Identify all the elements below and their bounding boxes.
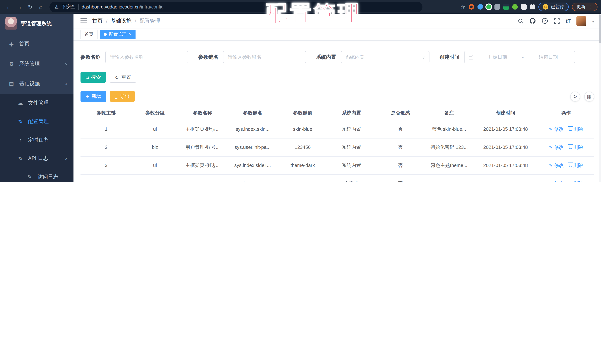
date-range-picker[interactable]: 开始日期 - 结束日期 bbox=[464, 51, 575, 63]
extensions-puzzle-icon[interactable] bbox=[530, 4, 535, 10]
table-cell: 否 bbox=[376, 156, 425, 174]
close-tab-icon[interactable] bbox=[129, 32, 131, 37]
extension-icon[interactable] bbox=[469, 4, 474, 10]
tag-view-bar: 首页 配置管理 bbox=[73, 29, 601, 41]
browser-forward-icon[interactable] bbox=[14, 2, 24, 12]
screen: 不安全 dashboard.yudao.iocoder.cn/infra/con… bbox=[0, 0, 601, 182]
date-range-separator: - bbox=[522, 54, 524, 60]
table-cell: sys.index.sideT... bbox=[227, 156, 278, 174]
address-bar[interactable]: 不安全 dashboard.yudao.iocoder.cn/infra/con… bbox=[50, 2, 422, 12]
export-button[interactable]: 导出 bbox=[110, 91, 135, 102]
table-cell: 10 bbox=[278, 174, 327, 182]
row-actions: 修改删除 bbox=[538, 156, 594, 174]
extension-icon[interactable] bbox=[521, 4, 527, 10]
bookmark-star-icon[interactable] bbox=[460, 3, 465, 10]
chevron-down-icon: ∨ bbox=[65, 62, 68, 66]
breadcrumb-home[interactable]: 首页 bbox=[92, 18, 103, 24]
header-actions: ? tT bbox=[518, 16, 594, 26]
add-button[interactable]: 新增 bbox=[80, 91, 106, 102]
table-cell: 主框架页-侧边... bbox=[178, 156, 227, 174]
edit-link-label: 修改 bbox=[554, 180, 564, 182]
delete-link-label: 删除 bbox=[573, 126, 583, 132]
breadcrumb-infra[interactable]: 基础设施 bbox=[111, 18, 131, 24]
edit-link[interactable]: 修改 bbox=[549, 180, 564, 182]
sidebar-item-1[interactable]: ⚙系统管理∨ bbox=[0, 54, 73, 74]
tab-home[interactable]: 首页 bbox=[80, 30, 98, 39]
edit-link[interactable]: 修改 bbox=[549, 126, 564, 132]
sidebar-item-5[interactable]: ◔定时任务 bbox=[0, 131, 73, 149]
extension-icon[interactable] bbox=[494, 4, 500, 10]
edit-link[interactable]: 修改 bbox=[549, 144, 564, 151]
font-size-icon[interactable]: tT bbox=[566, 18, 571, 24]
refresh-table-button[interactable] bbox=[570, 91, 580, 101]
table-cell: 否 bbox=[376, 174, 425, 182]
filter-buttons: 搜索 重置 bbox=[80, 72, 594, 83]
help-icon[interactable]: ? bbox=[542, 18, 548, 24]
paused-extension-badge[interactable]: 已暂停 bbox=[538, 3, 569, 11]
extension-icon[interactable] bbox=[512, 4, 518, 10]
browser-menu-icon[interactable] bbox=[589, 4, 593, 10]
extension-icon[interactable] bbox=[478, 4, 483, 10]
search-icon[interactable] bbox=[518, 18, 524, 24]
page-scrollbar[interactable] bbox=[599, 14, 601, 182]
column-header: 是否敏感 bbox=[376, 106, 425, 120]
table-row: 1ui主框架页-默认...sys.index.skin...skin-blue系… bbox=[80, 120, 594, 138]
table-cell: 蓝色 skin-blue... bbox=[425, 120, 473, 138]
table-row: 41xxxdemo.test10自定义否52021-01-19 03:10:26… bbox=[80, 174, 594, 182]
fullscreen-icon[interactable] bbox=[554, 18, 560, 24]
trash-icon bbox=[569, 164, 572, 167]
extension-icon[interactable] bbox=[503, 4, 509, 10]
browser-reload-icon[interactable] bbox=[25, 2, 35, 12]
sidebar-item-7[interactable]: ✎访问日志 bbox=[0, 168, 73, 182]
sidebar-item-label: API 日志 bbox=[28, 155, 48, 162]
delete-link-label: 删除 bbox=[573, 144, 583, 151]
github-icon[interactable] bbox=[530, 18, 536, 24]
app-logo-row[interactable]: 芋道管理系统 bbox=[0, 14, 73, 32]
reset-button[interactable]: 重置 bbox=[110, 72, 136, 83]
url-host: dashboard.yudao.iocoder.cn bbox=[82, 4, 140, 10]
plus-icon bbox=[86, 94, 89, 99]
sidebar-item-0[interactable]: ◉首页 bbox=[0, 34, 73, 54]
table-setting-buttons bbox=[570, 91, 594, 101]
delete-link[interactable]: 删除 bbox=[569, 144, 583, 151]
scrollbar-thumb[interactable] bbox=[599, 14, 601, 43]
table-cell: 系统内置 bbox=[327, 138, 376, 156]
gear-icon: ⚙ bbox=[8, 61, 15, 67]
table-cell: 3 bbox=[80, 156, 132, 174]
sidebar-item-2[interactable]: ▤基础设施∧ bbox=[0, 74, 73, 94]
browser-back-icon[interactable] bbox=[4, 2, 14, 12]
edit-link-label: 修改 bbox=[554, 144, 564, 151]
column-settings-button[interactable] bbox=[584, 91, 594, 101]
reset-button-label: 重置 bbox=[121, 74, 131, 81]
extension-icon[interactable] bbox=[486, 4, 491, 9]
sidebar-item-6[interactable]: ✎API 日志∧ bbox=[0, 149, 73, 168]
row-actions: 修改删除 bbox=[538, 138, 594, 156]
collapse-sidebar-icon[interactable] bbox=[80, 19, 87, 23]
param-name-label: 参数名称 bbox=[80, 54, 100, 61]
sidebar-item-3[interactable]: ☁文件管理 bbox=[0, 94, 73, 112]
sidebar-item-4[interactable]: ✎配置管理 bbox=[0, 112, 73, 131]
delete-link[interactable]: 删除 bbox=[569, 162, 583, 169]
table-cell: 主框架页-默认... bbox=[178, 120, 227, 138]
edit-link[interactable]: 修改 bbox=[549, 162, 564, 169]
table-cell: 2021-01-05 17:03:48 bbox=[473, 120, 538, 138]
search-icon bbox=[86, 76, 89, 79]
date-start-placeholder: 开始日期 bbox=[475, 54, 520, 61]
delete-link[interactable]: 删除 bbox=[569, 126, 583, 132]
trash-icon bbox=[569, 127, 572, 131]
breadcrumb-separator: / bbox=[135, 18, 136, 24]
browser-home-icon[interactable] bbox=[36, 2, 46, 12]
builtin-select[interactable]: 系统内置 bbox=[341, 51, 430, 63]
chevron-up-icon: ∧ bbox=[65, 157, 68, 160]
param-name-input[interactable] bbox=[105, 51, 188, 63]
browser-update-button[interactable]: 更新 bbox=[572, 3, 598, 11]
app-window: 芋道管理系统 ◉首页⚙系统管理∨▤基础设施∧☁文件管理✎配置管理◔定时任务✎AP… bbox=[0, 14, 601, 182]
row-actions: 修改删除 bbox=[538, 174, 594, 182]
tab-config[interactable]: 配置管理 bbox=[100, 30, 136, 39]
param-key-input[interactable] bbox=[223, 51, 306, 63]
delete-link[interactable]: 删除 bbox=[569, 180, 583, 182]
search-button[interactable]: 搜索 bbox=[80, 72, 106, 83]
user-avatar[interactable] bbox=[577, 16, 586, 26]
table-cell: ui bbox=[132, 120, 178, 138]
user-menu-caret-icon[interactable] bbox=[592, 18, 594, 24]
